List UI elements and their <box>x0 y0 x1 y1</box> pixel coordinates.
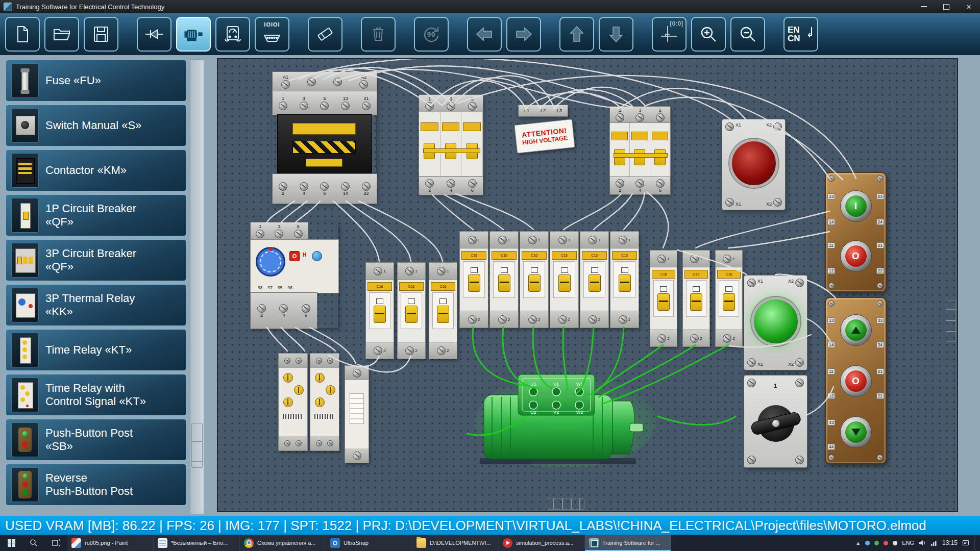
palette-scrollbar-thumb[interactable] <box>191 423 203 468</box>
show-desktop-button[interactable] <box>974 535 977 551</box>
current-setting-dial[interactable] <box>256 247 285 277</box>
move-up-button[interactable] <box>559 17 594 52</box>
thermal-relay-component[interactable]: 1 3 5 O H 98 97 95 96 <box>250 222 338 328</box>
taskbar-clock[interactable]: 13:15 <box>942 539 958 546</box>
breaker-3p-left[interactable]: 1 3 5 2 4 6 <box>419 94 482 194</box>
volume-icon[interactable] <box>919 539 926 546</box>
zoom-out-button[interactable] <box>730 17 765 52</box>
stop-button-cap[interactable]: O <box>845 370 867 392</box>
minimize-button[interactable] <box>913 0 935 13</box>
breaker-1p[interactable]: 1C162 <box>682 250 710 347</box>
breaker-1p[interactable]: 1C162 <box>550 231 579 328</box>
time-setting-knob[interactable] <box>315 373 325 383</box>
save-button[interactable] <box>84 17 118 52</box>
delete-button[interactable] <box>361 17 396 52</box>
network-icon[interactable] <box>930 539 938 546</box>
stop-button-cap[interactable]: O <box>845 245 867 267</box>
tray-icon-green[interactable] <box>874 541 879 545</box>
stop-button-red[interactable]: O <box>840 240 872 272</box>
close-button[interactable]: ✕ <box>958 0 980 13</box>
hidden-icons-chevron[interactable]: ▲ <box>855 540 861 546</box>
forward-button-cap[interactable] <box>845 319 867 341</box>
reverse-button-cap[interactable] <box>845 421 867 443</box>
start-button[interactable] <box>0 535 22 551</box>
palette-item-switch-manual[interactable]: Switch Manual «S» <box>5 104 187 147</box>
forward-button-green[interactable] <box>840 314 872 346</box>
breaker-1p[interactable]: 1C162 <box>650 250 677 347</box>
high-voltage-warning-sign[interactable]: ATTENTION! HIGH VOLTAGE <box>514 119 575 154</box>
motor-tool-button[interactable] <box>176 17 211 52</box>
relay-reset-button[interactable] <box>312 251 322 261</box>
maximize-button[interactable] <box>935 0 958 13</box>
breaker-lever[interactable] <box>405 306 418 323</box>
breaker-1p[interactable]: 1C162 <box>520 231 549 328</box>
stop-button-red[interactable]: O <box>840 365 872 397</box>
taskbar-app-explorer[interactable]: D:\DEVELOPMENT\VI... <box>412 535 499 551</box>
palette-item-time-relay-cs[interactable]: Time Relay with Control Signal «KT» <box>5 373 187 416</box>
fuse-component[interactable] <box>345 365 369 463</box>
breaker-lever[interactable] <box>657 293 670 311</box>
start-button-cap[interactable]: I <box>845 195 867 217</box>
move-right-button[interactable] <box>506 17 541 52</box>
task-view-button[interactable] <box>45 535 67 551</box>
breaker-1p[interactable]: 1C162 <box>459 231 488 328</box>
breaker-1p[interactable]: 1C162 <box>365 262 394 359</box>
taskbar-app-notepad[interactable]: *Безымянный – Бло... <box>154 535 240 551</box>
taskbar-app-ultrasnap[interactable]: UltraSnap <box>326 535 412 551</box>
palette-item-fuse[interactable]: Fuse «FU» <box>5 59 187 102</box>
rotate-button[interactable]: 90 <box>414 17 449 52</box>
zoom-in-button[interactable] <box>691 17 726 52</box>
palette-scrollbar[interactable] <box>190 59 204 514</box>
breaker-lever[interactable] <box>374 306 386 323</box>
breaker-lever[interactable] <box>437 306 449 323</box>
canvas-horizontal-scrollbar-thumb[interactable] <box>547 498 584 510</box>
reverse-button-green[interactable] <box>840 416 872 448</box>
breaker-lever[interactable] <box>498 274 510 292</box>
time-setting-knob[interactable] <box>326 385 335 395</box>
canvas-vertical-scrollbar-thumb[interactable] <box>946 300 956 342</box>
palette-item-push-button-post[interactable]: Push-Button Post «SB» <box>5 418 187 461</box>
search-button[interactable] <box>22 535 45 551</box>
taskbar-app-paint[interactable]: ru005.png - Paint <box>67 535 154 551</box>
relay-stop-button[interactable]: O <box>289 251 300 261</box>
breaker-1p[interactable]: 1C162 <box>489 231 519 328</box>
breaker-lever[interactable] <box>528 274 541 292</box>
eraser-button[interactable] <box>308 17 342 52</box>
palette-item-breaker-3p[interactable]: 3P Circuit Breaker «QF» <box>5 239 187 282</box>
workspace-canvas[interactable]: A1 A2 1 3 5 13 21 2 <box>217 58 958 512</box>
time-setting-knob[interactable] <box>294 385 304 395</box>
palette-item-breaker-1p[interactable]: 1P Circuit Breaker «QF» <box>5 194 187 237</box>
language-toggle-button[interactable]: EN CN <box>783 17 818 52</box>
move-left-button[interactable] <box>467 17 502 52</box>
breaker-1p[interactable]: 1C162 <box>429 262 457 359</box>
breaker-lever[interactable] <box>468 274 480 292</box>
power-terminal-strip[interactable]: L1 L2 L3 <box>518 105 568 117</box>
time-relay-component[interactable] <box>310 353 339 451</box>
start-button-green[interactable]: I <box>840 190 872 222</box>
palette-item-contactor[interactable]: Contactor «KM» <box>5 149 187 192</box>
breaker-1p[interactable]: 1C162 <box>397 262 426 359</box>
tray-icon-red[interactable] <box>884 541 888 545</box>
move-down-button[interactable] <box>599 17 633 52</box>
taskbar-app-simulation[interactable]: simulation_process.a... <box>499 535 585 551</box>
time-setting-knob[interactable] <box>315 397 325 407</box>
palette-item-thermal-relay[interactable]: 3P Thermal Relay «KK» <box>5 284 187 327</box>
coordinates-button[interactable]: [0:0] <box>652 17 687 52</box>
tray-icon-white[interactable] <box>893 541 897 545</box>
serial-tool-button[interactable]: IOIOI <box>255 17 289 52</box>
breaker-1p[interactable]: 1C162 <box>610 231 639 328</box>
taskbar-app-chrome[interactable]: Схема управления а... <box>240 535 326 551</box>
time-setting-knob[interactable] <box>283 373 293 383</box>
reverse-push-button-post[interactable]: 13 33 14 34 11 21 12 22 O 43 44 <box>825 297 887 464</box>
breaker-lever[interactable] <box>723 293 735 311</box>
action-center-icon[interactable] <box>962 539 969 546</box>
motor-component[interactable]: U1 V1 W1 U2 V2 W2 <box>475 365 656 467</box>
red-pilot-lamp[interactable]: X1 X2 X1 X2 <box>722 119 786 210</box>
breaker-1p[interactable]: 1C162 <box>580 231 609 328</box>
breaker-3p-right[interactable]: 1 3 5 2 4 6 <box>609 106 670 194</box>
cam-switch-component[interactable]: 1 0 <box>744 375 807 468</box>
new-file-button[interactable] <box>5 17 40 52</box>
multimeter-tool-button[interactable] <box>215 17 250 52</box>
green-pilot-lamp[interactable]: X1 X2 X1 X2 <box>744 275 807 370</box>
breaker-lever[interactable] <box>690 293 702 311</box>
